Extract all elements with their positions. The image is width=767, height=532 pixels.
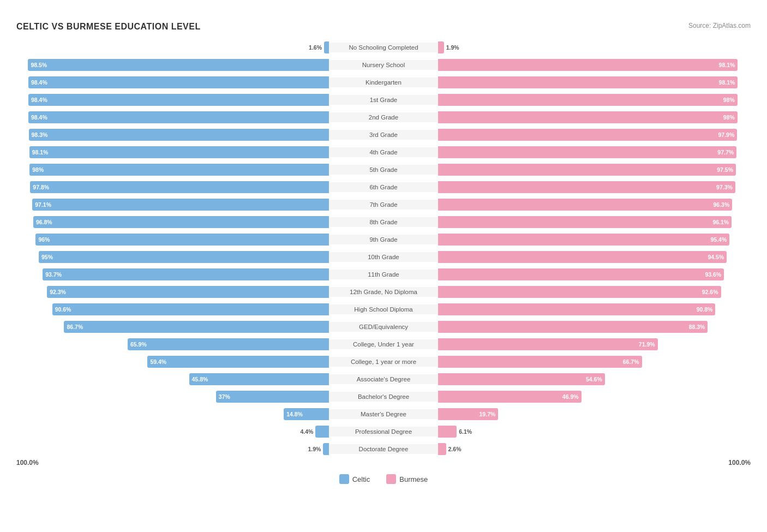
right-container: 90.8% [438,302,751,317]
table-row: 90.6% High School Diploma 90.8% [16,302,751,317]
left-container: 4.4% [16,424,329,439]
right-container: 19.7% [438,407,751,422]
celtic-bar: 98.3% [29,129,329,141]
celtic-bar: 97.1% [32,199,329,211]
burmese-value: 1.9% [446,44,459,51]
table-row: 92.3% 12th Grade, No Diploma 92.6% [16,284,751,300]
education-label: Associate's Degree [329,374,438,384]
burmese-bar: 66.7% [438,356,642,368]
education-label: 9th Grade [329,235,438,244]
celtic-value: 1.9% [308,446,321,452]
right-container: 98% [438,110,751,125]
burmese-bar: 92.6% [438,286,721,298]
burmese-value: 98.1% [719,62,735,68]
footer-left: 100.0% [16,459,39,467]
table-row: 95% 10th Grade 94.5% [16,249,751,265]
celtic-value: 59.4% [150,358,166,365]
burmese-bar: 98% [438,111,738,123]
celtic-bar: 97.8% [30,181,329,193]
right-container: 66.7% [438,354,751,369]
table-row: 65.9% College, Under 1 year 71.9% [16,337,751,352]
burmese-value: 6.1% [459,428,472,435]
celtic-label: Celtic [352,475,370,483]
burmese-bar: 98% [438,94,738,106]
celtic-bar: 98.4% [28,76,329,88]
table-row: 98.1% 4th Grade 97.7% [16,145,751,160]
celtic-value: 14.8% [286,411,303,417]
education-label: Doctorate Degree [329,444,438,454]
legend-celtic: Celtic [339,474,370,484]
burmese-bar: 96.1% [438,216,732,228]
celtic-value: 98.5% [31,62,47,68]
right-container: 6.1% [438,424,751,439]
right-container: 46.9% [438,389,751,404]
burmese-value: 98% [723,114,735,121]
left-container: 95% [16,249,329,265]
burmese-value: 2.6% [448,446,462,452]
burmese-bar [438,41,444,53]
education-label: Bachelor's Degree [329,392,438,402]
burmese-value: 88.3% [689,324,705,330]
left-container: 98.4% [16,92,329,107]
celtic-value: 4.4% [300,428,313,435]
table-row: 4.4% Professional Degree 6.1% [16,424,751,439]
burmese-value: 19.7% [480,411,496,417]
celtic-bar: 65.9% [128,338,329,350]
legend: Celtic Burmese [16,474,751,484]
chart-title: CELTIC VS BURMESE EDUCATION LEVEL [16,22,751,32]
right-container: 1.9% [438,40,751,55]
left-container: 98.4% [16,75,329,90]
left-container: 92.3% [16,284,329,300]
left-container: 93.7% [16,267,329,282]
right-container: 96.1% [438,214,751,230]
celtic-bar: 98.1% [29,146,329,158]
celtic-value: 97.1% [35,201,51,208]
right-container: 54.6% [438,372,751,387]
celtic-value: 98.4% [31,114,47,121]
celtic-value: 95% [41,254,53,260]
table-row: 98% 5th Grade 97.5% [16,162,751,177]
right-container: 97.5% [438,162,751,177]
burmese-bar: 46.9% [438,391,582,403]
table-row: 14.8% Master's Degree 19.7% [16,407,751,422]
celtic-value: 98% [32,166,44,173]
education-label: High School Diploma [329,304,438,314]
burmese-value: 71.9% [639,341,655,348]
burmese-label: Burmese [399,475,428,483]
burmese-value: 54.6% [586,376,602,382]
burmese-value: 96.3% [713,201,729,208]
right-container: 93.6% [438,267,751,282]
celtic-value: 98.4% [31,79,47,86]
burmese-value: 97.9% [718,131,734,138]
table-row: 86.7% GED/Equivalency 88.3% [16,319,751,334]
left-container: 98.1% [16,145,329,160]
burmese-bar: 94.5% [438,251,727,263]
burmese-value: 92.6% [702,289,718,295]
chart-container: CELTIC VS BURMESE EDUCATION LEVEL Source… [11,11,756,495]
burmese-bar: 96.3% [438,199,732,211]
burmese-value: 98% [723,97,735,103]
celtic-value: 98.1% [32,149,49,156]
burmese-bar: 95.4% [438,234,729,246]
table-row: 98.5% Nursery School 98.1% [16,57,751,73]
celtic-bar: 98.4% [28,111,329,123]
right-container: 98% [438,92,751,107]
table-row: 93.7% 11th Grade 93.6% [16,267,751,282]
celtic-value: 65.9% [130,341,147,348]
table-row: 98.4% 1st Grade 98% [16,92,751,107]
left-container: 37% [16,389,329,404]
left-container: 98.3% [16,127,329,142]
celtic-value: 98.4% [31,97,47,103]
right-container: 97.7% [438,145,751,160]
left-container: 98% [16,162,329,177]
left-container: 96% [16,232,329,247]
left-container: 86.7% [16,319,329,334]
celtic-value: 97.8% [33,184,49,190]
left-container: 90.6% [16,302,329,317]
celtic-bar: 45.8% [189,373,329,385]
celtic-bar: 14.8% [284,408,329,420]
table-row: 1.6% No Schooling Completed 1.9% [16,40,751,55]
burmese-value: 93.6% [705,271,721,278]
right-container: 2.6% [438,441,751,457]
left-container: 97.1% [16,197,329,212]
